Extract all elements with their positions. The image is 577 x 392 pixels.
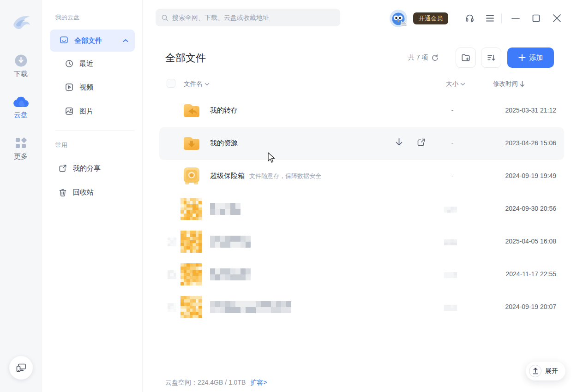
file-mtime: 2024-09-19 19:49 (505, 172, 556, 179)
item-count: 共 7 项 (408, 53, 439, 62)
minimize-button[interactable] (511, 18, 520, 19)
share-action-icon[interactable] (416, 137, 426, 147)
app-window: 下载 云盘 更多 (0, 0, 577, 392)
file-size: - (443, 107, 462, 114)
storage-info: 云盘空间：224.4GB / 1.0TB扩容> (165, 379, 267, 387)
table-row[interactable]: 我的资源 - 2023-04-26 15:06 (159, 127, 564, 160)
rail-item-more[interactable]: 更多 (0, 137, 42, 161)
sidebar-item-recycle-bin[interactable]: 回收站 (58, 188, 94, 197)
vip-badge[interactable]: 开通会员 (413, 12, 448, 24)
storage-text: 云盘空间：224.4GB / 1.0TB (165, 379, 246, 386)
table-row[interactable]: 2024-09-30 20:56 (159, 193, 564, 226)
rail-item-download[interactable]: 下载 (0, 54, 42, 78)
blurred-checkbox (168, 238, 176, 246)
sort-list-icon (486, 53, 496, 63)
video-icon (65, 83, 74, 92)
sidebar-item-all-files[interactable]: 全部文件 (50, 30, 135, 52)
table-row[interactable]: 我的转存 - 2025-03-31 21:12 (159, 95, 564, 127)
blurred-folder-icon (180, 231, 202, 253)
image-icon (65, 107, 74, 116)
blurred-folder-icon (180, 296, 202, 318)
search-icon (161, 14, 168, 22)
chevron-down-icon (204, 83, 210, 86)
clock-icon (65, 59, 74, 68)
blurred-file-name (210, 301, 291, 313)
download-circle-icon (15, 54, 27, 67)
column-header-name[interactable]: 文件名 (184, 80, 210, 88)
trash-icon (58, 188, 67, 197)
device-transfer-button[interactable] (9, 356, 33, 380)
select-all-checkbox[interactable] (167, 79, 175, 88)
all-files-icon (59, 35, 69, 47)
file-name-text: 超级保险箱 (210, 172, 245, 179)
item-count-label: 共 7 项 (408, 53, 428, 62)
file-mtime: 2024-11-17 22:55 (506, 270, 557, 278)
safe-box-icon (181, 166, 202, 186)
sidebar: 我的云盘 全部文件 最近 (42, 0, 143, 392)
sidebar-item-image[interactable]: 图片 (65, 107, 93, 116)
vip-badge-label: 开通会员 (419, 14, 443, 23)
search-input[interactable] (172, 14, 335, 21)
sidebar-item-video[interactable]: 视频 (65, 83, 93, 92)
sidebar-item-my-share[interactable]: 我的分享 (58, 164, 101, 173)
folder-download-icon (181, 133, 202, 154)
avatar[interactable] (390, 10, 407, 27)
expand-transfer-button[interactable]: 展开 (526, 362, 565, 380)
share-icon (58, 164, 67, 173)
file-name: 我的转存 (210, 106, 238, 115)
file-mtime: 2024-09-30 20:56 (505, 205, 556, 212)
file-size: - (443, 139, 462, 147)
rail-item-label: 云盘 (14, 111, 28, 119)
new-folder-button[interactable] (456, 48, 476, 68)
sidebar-section-my-drive: 我的云盘 (55, 13, 79, 22)
column-header-size[interactable]: 大小 (446, 80, 465, 88)
sidebar-divider (55, 131, 135, 131)
add-button-label: 添加 (529, 53, 543, 62)
blurred-folder-icon (180, 198, 202, 220)
rail-item-label: 下载 (14, 70, 28, 77)
rail-item-label: 更多 (14, 152, 28, 160)
sidebar-section-common: 常用 (55, 141, 67, 149)
support-headset-icon[interactable] (465, 13, 475, 23)
file-name: 我的资源 (210, 139, 238, 148)
column-header-mtime[interactable]: 修改时间 (493, 80, 525, 88)
search-bar[interactable] (156, 9, 340, 26)
table-row[interactable]: 2024-11-17 22:55 (159, 258, 564, 291)
rail-item-cloud-drive[interactable]: 云盘 (0, 96, 42, 119)
new-folder-icon (461, 53, 471, 63)
table-row[interactable]: 2024-09-19 20:07 (159, 291, 564, 324)
add-button[interactable]: 添加 (507, 48, 554, 68)
sort-view-button[interactable] (481, 48, 501, 68)
sidebar-item-recent[interactable]: 最近 (65, 59, 93, 68)
sidebar-item-label: 全部文件 (74, 36, 117, 45)
sidebar-item-label: 图片 (79, 107, 93, 116)
table-header: 文件名 大小 修改时间 (159, 77, 564, 92)
blurred-file-name (210, 203, 240, 215)
xunlei-logo-icon (10, 11, 32, 33)
blurred-file-size (444, 305, 457, 311)
main-menu-icon[interactable] (486, 14, 494, 22)
maximize-button[interactable] (532, 14, 540, 22)
expand-storage-link[interactable]: 扩容> (250, 379, 267, 386)
close-button[interactable] (553, 14, 561, 23)
blurred-file-name (210, 268, 251, 280)
blurred-file-size (444, 207, 457, 213)
expand-button-label: 展开 (545, 367, 558, 375)
upload-icon (529, 365, 541, 377)
file-name: 超级保险箱文件随意存，保障数据安全 (210, 172, 321, 180)
refresh-icon[interactable] (431, 54, 439, 62)
file-mtime: 2025-03-31 21:12 (505, 107, 556, 114)
file-size: - (443, 172, 462, 179)
more-grid-icon (14, 137, 27, 149)
chevron-down-icon (460, 83, 465, 86)
blurred-file-size (444, 272, 457, 278)
column-label: 修改时间 (493, 80, 518, 88)
devices-icon (15, 362, 27, 374)
download-action-icon[interactable] (395, 137, 403, 148)
chevron-up-icon[interactable] (123, 39, 128, 42)
blurred-file-size (444, 239, 457, 245)
sidebar-item-label: 我的分享 (73, 164, 101, 173)
table-row[interactable]: 超级保险箱文件随意存，保障数据安全 - 2024-09-19 19:49 (159, 160, 564, 193)
column-label: 文件名 (184, 80, 203, 88)
table-row[interactable]: 2025-04-05 16:08 (159, 226, 564, 258)
